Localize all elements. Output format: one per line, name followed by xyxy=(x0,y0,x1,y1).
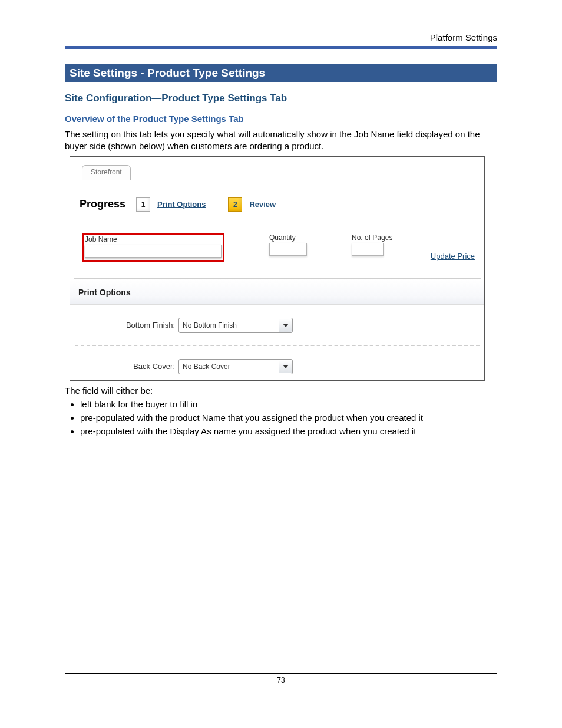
intro-paragraph: The setting on this tab lets you specify… xyxy=(65,129,497,153)
header-rule xyxy=(65,46,497,49)
page-footer: 73 xyxy=(65,673,497,684)
print-options-header: Print Options xyxy=(70,279,484,305)
chevron-down-icon[interactable] xyxy=(279,319,292,332)
post-screenshot-text: The field will either be: xyxy=(65,386,497,396)
bottom-finish-label: Bottom Finish: xyxy=(81,321,178,330)
list-item: left blank for the buyer to fill in xyxy=(80,399,497,409)
page-number: 73 xyxy=(277,676,285,684)
tab-storefront[interactable]: Storefront xyxy=(82,165,131,180)
back-cover-dropdown[interactable]: No Back Cover xyxy=(178,359,293,374)
list-item: pre-populated with the product Name that… xyxy=(80,413,497,423)
heading-level-2: Site Configuration—Product Type Settings… xyxy=(65,93,497,104)
back-cover-label: Back Cover: xyxy=(81,362,178,371)
fields-row: Job Name Quantity No. of Pages Update Pr… xyxy=(74,226,481,279)
pages-label: No. of Pages xyxy=(352,233,392,242)
quantity-input[interactable] xyxy=(269,243,307,256)
bottom-finish-dropdown[interactable]: No Bottom Finish xyxy=(178,318,293,333)
heading-level-3: Overview of the Product Type Settings Ta… xyxy=(65,114,497,124)
list-item: pre-populated with the Display As name y… xyxy=(80,426,497,436)
running-header: Platform Settings xyxy=(65,32,497,42)
step-2-box: 2 xyxy=(228,197,242,212)
quantity-label: Quantity xyxy=(269,233,307,242)
svg-marker-0 xyxy=(283,324,289,327)
bottom-finish-value: No Bottom Finish xyxy=(179,321,279,330)
progress-row: Progress 1 Print Options 2 Review xyxy=(74,180,481,226)
option-row-bottom-finish: Bottom Finish: No Bottom Finish xyxy=(75,305,480,346)
bullet-list: left blank for the buyer to fill in pre-… xyxy=(65,399,497,436)
update-price-link[interactable]: Update Price xyxy=(431,252,475,261)
step-2-link[interactable]: Review xyxy=(249,200,276,209)
pages-input[interactable] xyxy=(352,243,384,256)
job-name-highlight: Job Name xyxy=(82,233,224,262)
step-1-link[interactable]: Print Options xyxy=(157,200,206,209)
back-cover-value: No Back Cover xyxy=(179,363,279,371)
section-banner: Site Settings - Product Type Settings xyxy=(65,64,497,82)
svg-marker-1 xyxy=(283,365,289,368)
embedded-screenshot: Storefront Progress 1 Print Options 2 Re… xyxy=(70,156,485,381)
progress-label: Progress xyxy=(80,198,125,210)
chevron-down-icon[interactable] xyxy=(279,360,292,373)
option-row-back-cover: Back Cover: No Back Cover xyxy=(75,346,480,380)
step-1-box: 1 xyxy=(136,197,150,212)
job-name-label: Job Name xyxy=(85,235,222,243)
job-name-input[interactable] xyxy=(85,245,222,258)
